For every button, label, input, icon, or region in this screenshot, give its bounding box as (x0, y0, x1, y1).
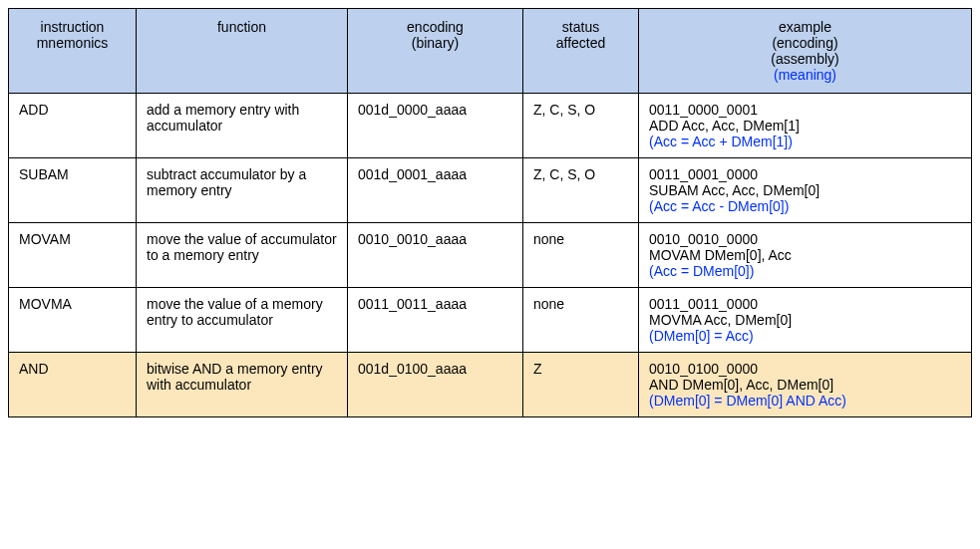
cell-mnemonic: ADD (9, 94, 137, 158)
cell-encoding: 001d_0001_aaaa (348, 158, 523, 223)
cell-encoding: 001d_0000_aaaa (348, 94, 523, 158)
cell-status: Z, C, S, O (523, 94, 639, 158)
cell-example: 0011_0001_0000SUBAM Acc, Acc, DMem[0](Ac… (639, 158, 972, 223)
hdr-example: example (encoding) (assembly) (meaning) (639, 9, 972, 94)
cell-example: 0010_0010_0000MOVAM DMem[0], Acc(Acc = D… (639, 223, 972, 288)
table-row: SUBAMsubtract accumulator by a memory en… (9, 158, 972, 223)
cell-encoding: 0010_0010_aaaa (348, 223, 523, 288)
hdr-status: status affected (523, 9, 639, 94)
example-encoding: 0011_0000_0001 (649, 102, 961, 118)
example-encoding: 0010_0100_0000 (649, 361, 961, 377)
cell-example: 0011_0000_0001ADD Acc, Acc, DMem[1](Acc … (639, 94, 972, 158)
hdr-function: function (137, 9, 348, 94)
cell-example: 0010_0100_0000AND DMem[0], Acc, DMem[0](… (639, 353, 972, 417)
table-row: ANDbitwise AND a memory entry with accum… (9, 353, 972, 417)
table-header-row: instruction mnemonics function encoding … (9, 9, 972, 94)
example-assembly: AND DMem[0], Acc, DMem[0] (649, 377, 961, 393)
example-meaning: (Acc = DMem[0]) (649, 263, 961, 279)
cell-status: Z, C, S, O (523, 158, 639, 223)
cell-encoding: 001d_0100_aaaa (348, 353, 523, 417)
example-encoding: 0010_0010_0000 (649, 231, 961, 247)
instruction-table: instruction mnemonics function encoding … (8, 8, 972, 417)
example-assembly: ADD Acc, Acc, DMem[1] (649, 118, 961, 134)
example-meaning: (Acc = Acc - DMem[0]) (649, 198, 961, 214)
cell-status: none (523, 223, 639, 288)
table-row: MOVAMmove the value of accumulator to a … (9, 223, 972, 288)
table-row: MOVMAmove the value of a memory entry to… (9, 288, 972, 353)
example-encoding: 0011_0011_0000 (649, 296, 961, 312)
hdr-mnemonics: instruction mnemonics (9, 9, 137, 94)
hdr-encoding: encoding (binary) (348, 9, 523, 94)
cell-mnemonic: SUBAM (9, 158, 137, 223)
cell-function: move the value of accumulator to a memor… (137, 223, 348, 288)
cell-example: 0011_0011_0000MOVMA Acc, DMem[0](DMem[0]… (639, 288, 972, 353)
cell-mnemonic: MOVMA (9, 288, 137, 353)
cell-function: bitwise AND a memory entry with accumula… (137, 353, 348, 417)
cell-function: subtract accumulator by a memory entry (137, 158, 348, 223)
cell-function: move the value of a memory entry to accu… (137, 288, 348, 353)
cell-mnemonic: AND (9, 353, 137, 417)
example-encoding: 0011_0001_0000 (649, 166, 961, 182)
table-row: ADDadd a memory entry with accumulator00… (9, 94, 972, 158)
example-meaning: (Acc = Acc + DMem[1]) (649, 134, 961, 149)
example-assembly: SUBAM Acc, Acc, DMem[0] (649, 182, 961, 198)
cell-status: Z (523, 353, 639, 417)
example-meaning: (DMem[0] = Acc) (649, 328, 961, 344)
cell-function: add a memory entry with accumulator (137, 94, 348, 158)
cell-encoding: 0011_0011_aaaa (348, 288, 523, 353)
cell-mnemonic: MOVAM (9, 223, 137, 288)
cell-status: none (523, 288, 639, 353)
example-assembly: MOVAM DMem[0], Acc (649, 247, 961, 263)
example-assembly: MOVMA Acc, DMem[0] (649, 312, 961, 328)
example-meaning: (DMem[0] = DMem[0] AND Acc) (649, 393, 961, 409)
